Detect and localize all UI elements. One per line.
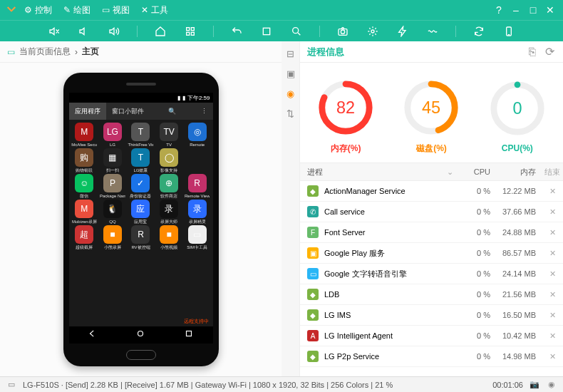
menu-draw[interactable]: ✎绘图	[58, 4, 96, 16]
launcher-menu-icon[interactable]: ⋮	[195, 108, 213, 115]
close-button[interactable]: ✕	[542, 1, 559, 19]
refresh-icon[interactable]	[472, 24, 486, 38]
col-end[interactable]: 结束	[542, 167, 563, 177]
refresh-icon[interactable]: ⟳	[543, 46, 556, 58]
app-item[interactable]: ■小熊视频	[155, 225, 183, 249]
tab-apps[interactable]: 应用程序	[69, 103, 106, 120]
mute-icon[interactable]	[47, 24, 61, 38]
nav-back-icon[interactable]	[88, 329, 98, 341]
col-cpu[interactable]: CPU	[459, 167, 495, 176]
nav-home-icon[interactable]	[135, 329, 145, 341]
table-row[interactable]: ▭Google 文字转语音引擎0 %24.14 MB✕	[300, 264, 563, 284]
launcher-search-icon[interactable]: 🔍	[162, 108, 182, 115]
table-row[interactable]: ◆LG IMS0 %16.50 MB✕	[300, 305, 563, 326]
grid-icon[interactable]	[183, 24, 197, 38]
tab-widgets[interactable]: 窗口小部件	[106, 103, 150, 120]
app-item[interactable]: TVTV	[155, 123, 183, 147]
crumb-page-info[interactable]: 当前页面信息	[19, 46, 71, 58]
menu-view[interactable]: ▭视图	[96, 4, 135, 16]
process-table: 进程⌄ CPU 内存 结束 ◆ActionManager Service0 %1…	[300, 163, 563, 376]
kill-process-button[interactable]: ✕	[542, 331, 563, 341]
maximize-button[interactable]: □	[525, 1, 542, 19]
bolt-icon[interactable]	[396, 24, 410, 38]
table-row[interactable]: FFont Server0 %24.88 MB✕	[300, 222, 563, 243]
table-row[interactable]: ◆LG P2p Service0 %14.98 MB✕	[300, 346, 563, 367]
gear-icon[interactable]	[366, 24, 380, 38]
app-item[interactable]: 应应用宝	[127, 200, 155, 224]
app-item[interactable]: PPackage Names	[98, 174, 127, 198]
camera-icon[interactable]: 📷	[529, 379, 540, 391]
app-item[interactable]: ■小熊录屏	[98, 225, 127, 249]
phone-rect-icon[interactable]	[502, 24, 516, 38]
app-item[interactable]: RRemote View	[183, 174, 212, 198]
help-button[interactable]: ?	[490, 1, 507, 19]
app-item[interactable]: 超超级截屏	[71, 225, 99, 249]
app-label: Remote	[190, 143, 205, 147]
app-item[interactable]: TThinkFree Viewer	[127, 123, 155, 147]
app-item[interactable]: ▭SIM卡工具	[183, 225, 212, 249]
app-item[interactable]: 🐧QQ	[98, 200, 127, 224]
square-icon[interactable]	[259, 24, 274, 38]
side-tab-process-icon[interactable]: ◉	[284, 87, 297, 100]
table-row[interactable]: ◆ActionManager Service0 %12.22 MB✕	[300, 181, 563, 202]
undo-icon[interactable]	[229, 24, 244, 38]
kill-process-button[interactable]: ✕	[542, 207, 563, 217]
process-name: Google 文字转语音引擎	[324, 269, 407, 279]
app-item[interactable]: ⊕软件商店	[155, 174, 183, 198]
app-item[interactable]: 购购物银联	[71, 148, 99, 172]
app-item[interactable]: LGLG	[98, 123, 127, 147]
side-tab-disk-icon[interactable]: ⊟	[284, 47, 297, 60]
app-item[interactable]: 录录屏精灵	[183, 200, 212, 224]
hardware-home-button[interactable]	[126, 350, 156, 360]
process-name: Font Server	[324, 228, 365, 237]
app-item[interactable]: ✓身份验证器	[127, 174, 155, 198]
nav-recent-icon[interactable]	[184, 329, 194, 341]
app-item[interactable]: ◯影像支持	[155, 148, 183, 172]
search-icon[interactable]	[289, 24, 304, 38]
kill-process-button[interactable]: ✕	[542, 269, 563, 279]
camera-icon[interactable]	[336, 24, 350, 38]
app-icon: ■	[103, 225, 122, 244]
app-icon: 录	[160, 200, 178, 218]
menu-label: 绘图	[73, 4, 91, 16]
home-icon[interactable]	[153, 24, 167, 38]
vol-down-icon[interactable]	[77, 24, 91, 38]
side-tab-transfer-icon[interactable]: ⇅	[284, 107, 297, 120]
process-mem: 24.14 MB	[495, 269, 542, 278]
device-screen[interactable]: ▮ ▮ 下午2:59 应用程序 窗口小部件 🔍 ⋮ MMcAfee Securi…	[69, 93, 213, 344]
table-row[interactable]: ▣Google Play 服务0 %86.57 MB✕	[300, 243, 563, 264]
col-process[interactable]: 进程⌄	[300, 167, 459, 177]
menu-tools[interactable]: ✕工具	[135, 4, 174, 16]
kill-process-button[interactable]: ✕	[542, 249, 563, 258]
app-item[interactable]	[183, 148, 212, 172]
titlebar: ⚙控制✎绘图▭视图✕工具 ? – □ ✕	[0, 0, 563, 20]
app-item[interactable]: ☺微信	[71, 174, 99, 198]
side-tab-cpu-icon[interactable]: ▣	[284, 67, 297, 80]
wave-icon[interactable]	[425, 24, 440, 38]
minimize-button[interactable]: –	[507, 1, 525, 19]
copy-icon[interactable]: ⎘	[526, 46, 539, 58]
col-memory[interactable]: 内存	[495, 167, 542, 177]
table-row[interactable]: ✆Call service0 %37.66 MB✕	[300, 202, 563, 222]
kill-process-button[interactable]: ✕	[542, 352, 563, 361]
app-item[interactable]: ◎Remote	[183, 123, 212, 147]
app-item[interactable]: 录录屏大师	[155, 200, 183, 224]
app-item[interactable]: MMobizen录屏	[71, 200, 99, 224]
menu-control[interactable]: ⚙控制	[19, 4, 58, 16]
crumb-home[interactable]: 主页	[82, 46, 99, 58]
table-row[interactable]: ALG Intelligent Agent0 %10.42 MB✕	[300, 326, 563, 346]
app-item[interactable]: ▦扫一扫	[98, 148, 127, 172]
app-item[interactable]: RRV被控端	[127, 225, 155, 249]
kill-process-button[interactable]: ✕	[542, 187, 563, 196]
table-row[interactable]: ◆LDB0 %21.56 MB✕	[300, 284, 563, 305]
record-icon[interactable]: ◉	[546, 379, 557, 391]
kill-process-button[interactable]: ✕	[542, 311, 563, 320]
process-name: LG Intelligent Agent	[324, 331, 393, 340]
vol-up-icon[interactable]	[107, 24, 121, 38]
kill-process-button[interactable]: ✕	[542, 228, 563, 237]
app-icon: 🐧	[103, 200, 122, 218]
kill-process-button[interactable]: ✕	[542, 290, 563, 299]
app-item[interactable]: TLG健康	[127, 148, 155, 172]
app-item[interactable]: MMcAfee Security	[71, 123, 99, 147]
app-icon: T	[131, 148, 150, 167]
